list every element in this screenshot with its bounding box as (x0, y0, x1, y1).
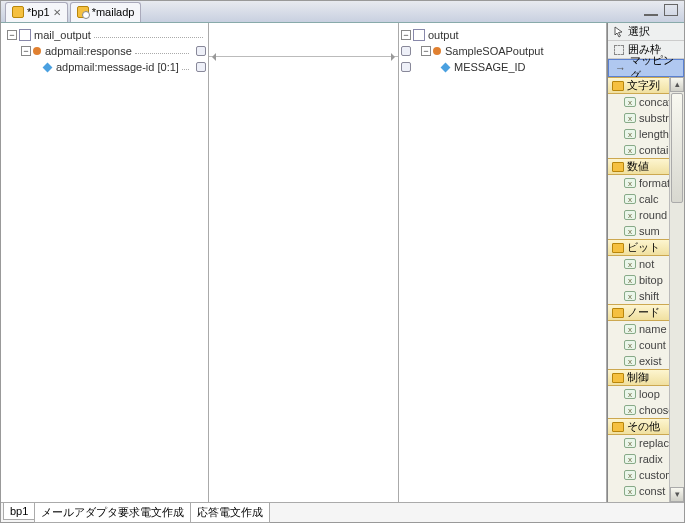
node-label: mail_output (34, 29, 91, 41)
item-label: shift (639, 290, 659, 302)
element-icon (433, 47, 441, 55)
function-icon: x (624, 324, 636, 334)
function-icon: x (624, 210, 636, 220)
schema-icon (413, 29, 425, 41)
target-tree-panel: − output − SampleSOAPoutput MESSAGE_ID (399, 23, 607, 502)
mapping-connection[interactable] (209, 56, 398, 57)
minimize-icon[interactable] (644, 4, 658, 16)
collapse-icon[interactable]: − (421, 46, 431, 56)
bottom-tab[interactable]: bp1 (3, 503, 35, 520)
close-icon[interactable]: ✕ (53, 7, 61, 18)
function-icon: x (624, 178, 636, 188)
item-label: name (639, 323, 667, 335)
group-title: ビット (627, 240, 660, 255)
function-icon: x (624, 470, 636, 480)
window-controls (644, 4, 678, 16)
collapse-icon[interactable]: − (21, 46, 31, 56)
function-icon: x (624, 113, 636, 123)
group-title: 文字列 (627, 78, 660, 93)
item-label: substr (639, 112, 669, 124)
node-label: SampleSOAPoutput (445, 45, 543, 57)
function-icon: x (624, 486, 636, 496)
function-icon: x (624, 275, 636, 285)
scrollbar[interactable]: ▴ ▾ (669, 77, 684, 502)
tab-label: *bp1 (27, 6, 50, 18)
item-label: exist (639, 355, 662, 367)
group-title: ノード (627, 305, 660, 320)
tool-mapping[interactable]: → マッピング (608, 59, 684, 77)
item-label: calc (639, 193, 659, 205)
folder-icon (612, 308, 624, 318)
attribute-icon (441, 62, 451, 72)
folder-icon (612, 162, 624, 172)
node-label: MESSAGE_ID (454, 61, 526, 73)
node-label: adpmail:response (45, 45, 132, 57)
node-label: adpmail:message-id [0:1] (56, 61, 179, 73)
folder-icon (612, 81, 624, 91)
collapse-icon[interactable]: − (7, 30, 17, 40)
tool-label: 選択 (628, 24, 650, 39)
arrow-icon: → (615, 62, 626, 74)
palette-panel: 選択 囲み枠 → マッピング 文字列«xconcatxsubstrxlength… (607, 23, 684, 502)
tree-leaf[interactable]: MESSAGE_ID (401, 59, 604, 75)
function-icon: x (624, 405, 636, 415)
function-icon: x (624, 194, 636, 204)
tree-root[interactable]: − mail_output (3, 27, 206, 43)
item-label: not (639, 258, 654, 270)
scroll-down-icon[interactable]: ▾ (670, 487, 684, 502)
tree-element[interactable]: − SampleSOAPoutput (401, 43, 604, 59)
bottom-tab[interactable]: メールアダプタ要求電文作成 (34, 503, 191, 523)
editor-tabbar: *bp1 ✕ *mailadp (1, 1, 684, 23)
function-icon: x (624, 438, 636, 448)
attribute-icon (43, 62, 53, 72)
item-label: radix (639, 453, 663, 465)
group-title: 制御 (627, 370, 649, 385)
cursor-icon (614, 26, 624, 38)
group-title: 数値 (627, 159, 649, 174)
collapse-icon[interactable]: − (401, 30, 411, 40)
item-label: length (639, 128, 669, 140)
function-icon: x (624, 340, 636, 350)
group-title: その他 (627, 419, 660, 434)
item-label: loop (639, 388, 660, 400)
item-label: sum (639, 225, 660, 237)
tab-mailadp[interactable]: *mailadp (70, 2, 142, 22)
item-label: bitop (639, 274, 663, 286)
tree-root[interactable]: − output (401, 27, 604, 43)
source-tree-panel: − mail_output − adpmail:response adp (1, 23, 209, 502)
scroll-thumb[interactable] (671, 93, 683, 203)
bottom-tab[interactable]: 応答電文作成 (190, 503, 270, 523)
file-icon (12, 6, 24, 18)
node-label: output (428, 29, 459, 41)
input-port[interactable] (401, 46, 411, 56)
output-port[interactable] (196, 46, 206, 56)
scroll-up-icon[interactable]: ▴ (670, 77, 684, 92)
tab-bp1[interactable]: *bp1 ✕ (5, 2, 68, 22)
item-label: round (639, 209, 667, 221)
output-port[interactable] (196, 62, 206, 72)
tree-leaf[interactable]: adpmail:message-id [0:1] (3, 59, 206, 75)
item-label: format (639, 177, 670, 189)
item-label: concat (639, 96, 671, 108)
folder-icon (612, 373, 624, 383)
palette-scroll: 文字列«xconcatxsubstrxlengthxcontain数値«xfor… (608, 77, 684, 502)
bottom-tabbar: bp1 メールアダプタ要求電文作成 応答電文作成 (1, 502, 684, 522)
function-icon: x (624, 129, 636, 139)
mapping-canvas[interactable] (209, 23, 399, 502)
folder-icon (612, 422, 624, 432)
function-icon: x (624, 454, 636, 464)
maximize-icon[interactable] (664, 4, 678, 16)
schema-icon (19, 29, 31, 41)
function-icon: x (624, 145, 636, 155)
file-icon (77, 6, 89, 18)
input-port[interactable] (401, 62, 411, 72)
tool-select[interactable]: 選択 (608, 23, 684, 41)
tree-element[interactable]: − adpmail:response (3, 43, 206, 59)
function-icon: x (624, 97, 636, 107)
function-icon: x (624, 291, 636, 301)
item-label: count (639, 339, 666, 351)
function-icon: x (624, 356, 636, 366)
connector-line (182, 64, 189, 70)
tab-label: *mailadp (92, 6, 135, 18)
palette-tools: 選択 囲み枠 → マッピング (608, 23, 684, 77)
